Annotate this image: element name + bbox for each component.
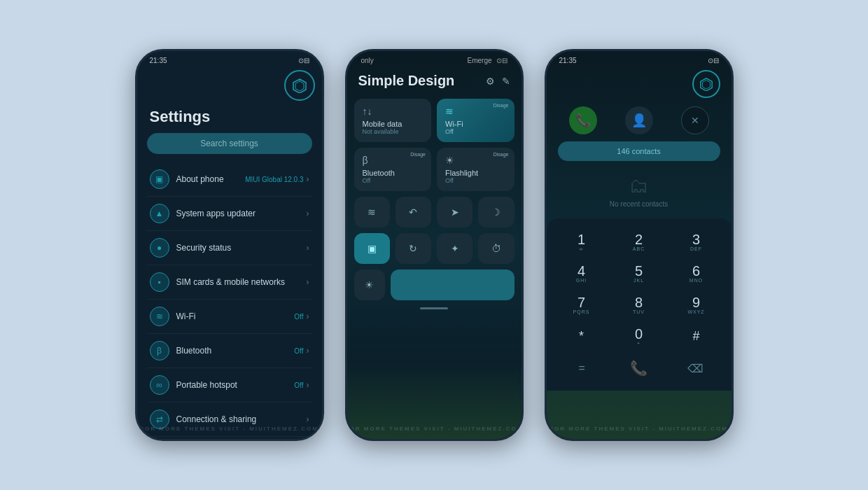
settings-item-lockscreen[interactable]: 🔒 Lock screen › <box>147 437 312 441</box>
dial-key-8[interactable]: 8 TUV <box>611 290 667 320</box>
bt-tile-label: Bluetooth <box>363 169 424 177</box>
sim-icon: ▪ <box>150 272 169 292</box>
hotspot-icon: ∞ <box>150 375 169 395</box>
settings-item-system[interactable]: ▲ System apps updater › <box>147 197 312 231</box>
mobiledata-sub: Not available <box>363 128 424 135</box>
status-icons-1: ⊙⊟ <box>298 57 309 64</box>
about-label: About phone <box>176 174 246 184</box>
wifi-badge: Off <box>294 313 303 321</box>
qs-small-4[interactable]: ☽ <box>478 197 514 227</box>
dialer-pad: 1 ∞ 2 ABC 3 DEF 4 GHI 5 JKL <box>547 218 732 391</box>
settings-item-security[interactable]: ● Security status › <box>147 231 312 265</box>
qs-status-bar: only Emerge ⊙⊟ <box>354 51 514 67</box>
phone-quicksettings: only Emerge ⊙⊟ Simple Design ⚙ ✎ ↑↓ Mobi… <box>345 49 524 441</box>
edit-icon[interactable]: ✎ <box>502 76 510 87</box>
call-button[interactable]: 📞 <box>569 106 597 134</box>
about-badge: MIUI Global 12.0.3 <box>245 176 303 183</box>
close-button[interactable]: ✕ <box>681 106 709 134</box>
search-bar[interactable]: Search settings <box>147 133 312 154</box>
bluetooth-label: Bluetooth <box>176 346 295 356</box>
brightness-icon: ☀ <box>354 270 385 300</box>
dial-key-3[interactable]: 3 DEF <box>668 227 724 257</box>
no-recent-icon: 🗂 <box>629 174 649 197</box>
qs-small-3[interactable]: ➤ <box>437 197 472 227</box>
bluetooth-icon: β <box>150 341 169 360</box>
contacts-count-bar: 146 contacts <box>558 141 720 161</box>
dialer-screen: 21:35 ⊙⊟ 📞 👤 ✕ 146 contacts 🗂 No recent … <box>547 51 732 439</box>
qs-medium-1[interactable]: ▣ <box>354 233 390 264</box>
hotspot-badge: Off <box>294 382 303 389</box>
brightness-bar[interactable] <box>391 270 514 300</box>
dial-key-1[interactable]: 1 ∞ <box>554 227 610 257</box>
contacts-button[interactable]: 👤 <box>625 106 653 134</box>
qs-small-1[interactable]: ≋ <box>354 197 390 227</box>
no-recent-contacts: 🗂 No recent contacts <box>547 167 732 216</box>
status-time-1: 21:35 <box>150 57 167 64</box>
bt-tile-sub: Off <box>363 177 424 184</box>
qs-status-right: Emerge <box>467 57 491 64</box>
wifi-tile-sub: Off <box>445 128 506 135</box>
dial-backspace[interactable]: ⌫ <box>667 354 724 382</box>
connection-label: Connection & sharing <box>176 414 307 424</box>
dial-bottom: = 📞 ⌫ <box>554 354 724 388</box>
mobiledata-icon: ↑↓ <box>363 106 424 117</box>
mobiledata-label: Mobile data <box>363 120 424 128</box>
fl-tile-sub: Off <box>445 177 506 184</box>
hotspot-label: Portable hotspot <box>176 380 295 390</box>
dial-key-hash[interactable]: # <box>668 321 724 351</box>
qs-tile-flashlight[interactable]: Disage ☀ Flashlight Off <box>437 148 514 191</box>
dial-key-5[interactable]: 5 JKL <box>611 258 667 288</box>
wifi-tile-badge: Disage <box>493 103 509 108</box>
wifi-icon: ≋ <box>150 307 169 326</box>
logo-icon-1 <box>284 70 315 101</box>
dialer-header <box>547 67 732 101</box>
dialer-status-bar: 21:35 ⊙⊟ <box>547 51 732 67</box>
qs-header: Simple Design ⚙ ✎ <box>354 67 514 99</box>
qs-header-icons: ⚙ ✎ <box>486 76 510 87</box>
dial-key-2[interactable]: 2 ABC <box>611 227 667 257</box>
qs-brightness-row: ☀ <box>354 270 514 300</box>
dial-equals[interactable]: = <box>554 354 610 382</box>
bluetooth-badge: Off <box>294 347 303 355</box>
dial-key-7[interactable]: 7 PQRS <box>554 290 610 320</box>
qs-medium-grid: ▣ ↻ ✦ ⏱ <box>354 233 514 264</box>
dialer-top-icons: 📞 👤 ✕ <box>547 101 732 141</box>
dial-key-4[interactable]: 4 GHI <box>554 258 610 288</box>
qs-medium-4[interactable]: ⏱ <box>478 233 514 264</box>
dial-grid: 1 ∞ 2 ABC 3 DEF 4 GHI 5 JKL <box>554 227 724 351</box>
wifi-tile-label: Wi-Fi <box>445 120 506 128</box>
about-icon: ▣ <box>150 169 169 189</box>
settings-item-connection[interactable]: ⇄ Connection & sharing › <box>147 402 312 437</box>
dialer-time: 21:35 <box>559 57 577 64</box>
qs-medium-3[interactable]: ✦ <box>437 233 472 264</box>
fl-tile-badge: Disage <box>493 152 509 157</box>
dialer-logo <box>692 70 720 98</box>
svg-marker-4 <box>702 80 710 90</box>
qs-medium-2[interactable]: ↻ <box>396 233 431 264</box>
qs-tile-mobiledata[interactable]: ↑↓ Mobile data Not available <box>354 99 432 142</box>
bt-tile-badge: Disage <box>410 152 426 157</box>
qs-tile-wifi[interactable]: Disage ≋ Wi-Fi Off <box>437 99 514 142</box>
phone-dialer: 21:35 ⊙⊟ 📞 👤 ✕ 146 contacts 🗂 No recent … <box>545 49 734 441</box>
dial-key-9[interactable]: 9 WXYZ <box>668 290 724 320</box>
qs-title: Simple Design <box>358 73 455 89</box>
settings-screen: Settings Search settings ▣ About phone M… <box>137 104 322 441</box>
contacts-count: 146 contacts <box>617 147 660 155</box>
settings-item-sim[interactable]: ▪ SIM cards & mobile networks › <box>147 265 312 300</box>
qs-tile-grid-1: ↑↓ Mobile data Not available Disage ≋ Wi… <box>354 99 514 142</box>
qs-tile-bluetooth[interactable]: Disage β Bluetooth Off <box>354 148 432 191</box>
settings-logo <box>137 67 322 104</box>
dial-key-0[interactable]: 0 + <box>611 321 667 351</box>
dial-call-button[interactable]: 📞 <box>610 354 667 382</box>
svg-marker-1 <box>295 81 304 91</box>
settings-item-wifi[interactable]: ≋ Wi-Fi Off › <box>147 300 312 334</box>
qs-small-2[interactable]: ↶ <box>396 197 431 227</box>
settings-icon[interactable]: ⚙ <box>486 76 495 87</box>
status-bar-1: 21:35 ⊙⊟ <box>137 51 322 67</box>
settings-item-hotspot[interactable]: ∞ Portable hotspot Off › <box>147 368 312 402</box>
dial-key-6[interactable]: 6 MNO <box>668 258 724 288</box>
settings-item-bluetooth[interactable]: β Bluetooth Off › <box>147 334 312 368</box>
sim-label: SIM cards & mobile networks <box>176 277 307 287</box>
dial-key-star[interactable]: * <box>554 321 610 351</box>
settings-item-about[interactable]: ▣ About phone MIUI Global 12.0.3 › <box>147 162 312 197</box>
